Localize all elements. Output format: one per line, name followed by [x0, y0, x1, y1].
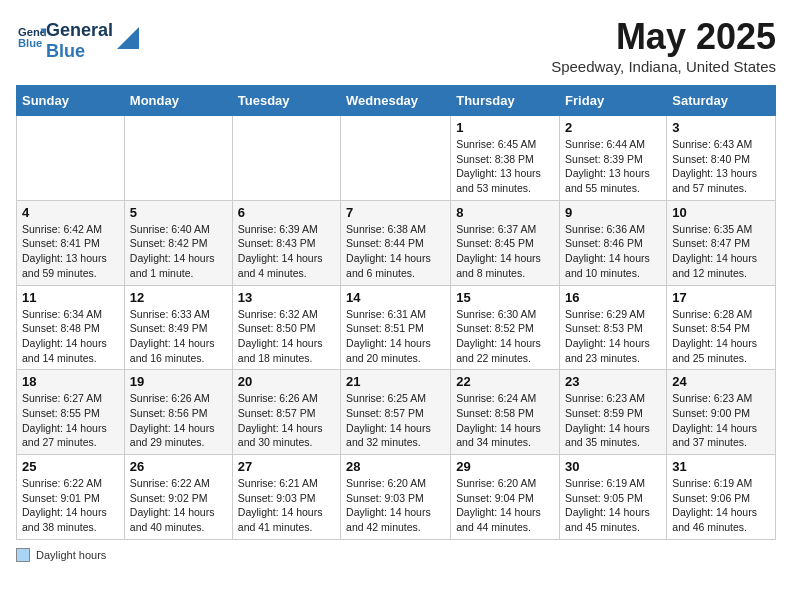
day-number: 26	[130, 459, 227, 474]
legend-color-box	[16, 548, 30, 562]
day-number: 15	[456, 290, 554, 305]
day-detail: Sunrise: 6:42 AM Sunset: 8:41 PM Dayligh…	[22, 222, 119, 281]
calendar-week-row: 4Sunrise: 6:42 AM Sunset: 8:41 PM Daylig…	[17, 200, 776, 285]
day-number: 23	[565, 374, 661, 389]
calendar-cell: 21Sunrise: 6:25 AM Sunset: 8:57 PM Dayli…	[341, 370, 451, 455]
day-number: 7	[346, 205, 445, 220]
calendar-cell: 26Sunrise: 6:22 AM Sunset: 9:02 PM Dayli…	[124, 455, 232, 540]
day-number: 9	[565, 205, 661, 220]
header-monday: Monday	[124, 86, 232, 116]
day-detail: Sunrise: 6:38 AM Sunset: 8:44 PM Dayligh…	[346, 222, 445, 281]
day-number: 11	[22, 290, 119, 305]
day-number: 22	[456, 374, 554, 389]
calendar-cell	[232, 116, 340, 201]
day-detail: Sunrise: 6:44 AM Sunset: 8:39 PM Dayligh…	[565, 137, 661, 196]
day-detail: Sunrise: 6:35 AM Sunset: 8:47 PM Dayligh…	[672, 222, 770, 281]
logo-line1: General	[46, 20, 113, 41]
day-number: 29	[456, 459, 554, 474]
calendar-cell	[17, 116, 125, 201]
day-number: 5	[130, 205, 227, 220]
day-detail: Sunrise: 6:32 AM Sunset: 8:50 PM Dayligh…	[238, 307, 335, 366]
calendar-cell: 22Sunrise: 6:24 AM Sunset: 8:58 PM Dayli…	[451, 370, 560, 455]
day-detail: Sunrise: 6:33 AM Sunset: 8:49 PM Dayligh…	[130, 307, 227, 366]
day-detail: Sunrise: 6:19 AM Sunset: 9:06 PM Dayligh…	[672, 476, 770, 535]
day-detail: Sunrise: 6:25 AM Sunset: 8:57 PM Dayligh…	[346, 391, 445, 450]
header-tuesday: Tuesday	[232, 86, 340, 116]
calendar-cell: 18Sunrise: 6:27 AM Sunset: 8:55 PM Dayli…	[17, 370, 125, 455]
day-detail: Sunrise: 6:43 AM Sunset: 8:40 PM Dayligh…	[672, 137, 770, 196]
day-number: 14	[346, 290, 445, 305]
calendar-cell: 10Sunrise: 6:35 AM Sunset: 8:47 PM Dayli…	[667, 200, 776, 285]
day-number: 8	[456, 205, 554, 220]
svg-text:General: General	[18, 25, 46, 37]
day-detail: Sunrise: 6:30 AM Sunset: 8:52 PM Dayligh…	[456, 307, 554, 366]
header-sunday: Sunday	[17, 86, 125, 116]
header-friday: Friday	[560, 86, 667, 116]
day-detail: Sunrise: 6:34 AM Sunset: 8:48 PM Dayligh…	[22, 307, 119, 366]
calendar-cell	[341, 116, 451, 201]
day-number: 3	[672, 120, 770, 135]
day-number: 19	[130, 374, 227, 389]
header-saturday: Saturday	[667, 86, 776, 116]
calendar-cell: 27Sunrise: 6:21 AM Sunset: 9:03 PM Dayli…	[232, 455, 340, 540]
day-detail: Sunrise: 6:27 AM Sunset: 8:55 PM Dayligh…	[22, 391, 119, 450]
page-header: General Blue General Blue May 2025 Speed…	[16, 16, 776, 75]
calendar-cell: 8Sunrise: 6:37 AM Sunset: 8:45 PM Daylig…	[451, 200, 560, 285]
day-number: 10	[672, 205, 770, 220]
calendar-cell: 31Sunrise: 6:19 AM Sunset: 9:06 PM Dayli…	[667, 455, 776, 540]
calendar-cell: 16Sunrise: 6:29 AM Sunset: 8:53 PM Dayli…	[560, 285, 667, 370]
day-number: 27	[238, 459, 335, 474]
header-thursday: Thursday	[451, 86, 560, 116]
day-number: 16	[565, 290, 661, 305]
day-number: 12	[130, 290, 227, 305]
calendar-week-row: 18Sunrise: 6:27 AM Sunset: 8:55 PM Dayli…	[17, 370, 776, 455]
day-detail: Sunrise: 6:29 AM Sunset: 8:53 PM Dayligh…	[565, 307, 661, 366]
day-detail: Sunrise: 6:24 AM Sunset: 8:58 PM Dayligh…	[456, 391, 554, 450]
day-number: 4	[22, 205, 119, 220]
calendar-cell: 12Sunrise: 6:33 AM Sunset: 8:49 PM Dayli…	[124, 285, 232, 370]
logo-line2: Blue	[46, 41, 113, 62]
calendar-cell: 3Sunrise: 6:43 AM Sunset: 8:40 PM Daylig…	[667, 116, 776, 201]
calendar-week-row: 11Sunrise: 6:34 AM Sunset: 8:48 PM Dayli…	[17, 285, 776, 370]
day-detail: Sunrise: 6:23 AM Sunset: 8:59 PM Dayligh…	[565, 391, 661, 450]
day-number: 6	[238, 205, 335, 220]
day-detail: Sunrise: 6:37 AM Sunset: 8:45 PM Dayligh…	[456, 222, 554, 281]
day-detail: Sunrise: 6:36 AM Sunset: 8:46 PM Dayligh…	[565, 222, 661, 281]
calendar-cell: 28Sunrise: 6:20 AM Sunset: 9:03 PM Dayli…	[341, 455, 451, 540]
day-number: 18	[22, 374, 119, 389]
day-number: 28	[346, 459, 445, 474]
calendar-cell: 9Sunrise: 6:36 AM Sunset: 8:46 PM Daylig…	[560, 200, 667, 285]
day-detail: Sunrise: 6:28 AM Sunset: 8:54 PM Dayligh…	[672, 307, 770, 366]
calendar-cell: 19Sunrise: 6:26 AM Sunset: 8:56 PM Dayli…	[124, 370, 232, 455]
logo-triangle-icon	[117, 27, 139, 49]
calendar-cell: 30Sunrise: 6:19 AM Sunset: 9:05 PM Dayli…	[560, 455, 667, 540]
day-number: 25	[22, 459, 119, 474]
page-title: May 2025	[551, 16, 776, 58]
calendar-table: SundayMondayTuesdayWednesdayThursdayFrid…	[16, 85, 776, 540]
title-block: May 2025 Speedway, Indiana, United State…	[551, 16, 776, 75]
day-number: 20	[238, 374, 335, 389]
day-number: 13	[238, 290, 335, 305]
calendar-cell	[124, 116, 232, 201]
legend-label: Daylight hours	[36, 549, 106, 561]
calendar-cell: 25Sunrise: 6:22 AM Sunset: 9:01 PM Dayli…	[17, 455, 125, 540]
header-wednesday: Wednesday	[341, 86, 451, 116]
calendar-cell: 15Sunrise: 6:30 AM Sunset: 8:52 PM Dayli…	[451, 285, 560, 370]
page-subtitle: Speedway, Indiana, United States	[551, 58, 776, 75]
calendar-cell: 20Sunrise: 6:26 AM Sunset: 8:57 PM Dayli…	[232, 370, 340, 455]
day-detail: Sunrise: 6:40 AM Sunset: 8:42 PM Dayligh…	[130, 222, 227, 281]
calendar-cell: 29Sunrise: 6:20 AM Sunset: 9:04 PM Dayli…	[451, 455, 560, 540]
day-detail: Sunrise: 6:21 AM Sunset: 9:03 PM Dayligh…	[238, 476, 335, 535]
svg-marker-3	[117, 27, 139, 49]
logo: General Blue General Blue	[16, 16, 139, 61]
calendar-cell: 4Sunrise: 6:42 AM Sunset: 8:41 PM Daylig…	[17, 200, 125, 285]
calendar-cell: 6Sunrise: 6:39 AM Sunset: 8:43 PM Daylig…	[232, 200, 340, 285]
day-detail: Sunrise: 6:19 AM Sunset: 9:05 PM Dayligh…	[565, 476, 661, 535]
day-detail: Sunrise: 6:31 AM Sunset: 8:51 PM Dayligh…	[346, 307, 445, 366]
day-detail: Sunrise: 6:20 AM Sunset: 9:03 PM Dayligh…	[346, 476, 445, 535]
day-detail: Sunrise: 6:26 AM Sunset: 8:56 PM Dayligh…	[130, 391, 227, 450]
calendar-header-row: SundayMondayTuesdayWednesdayThursdayFrid…	[17, 86, 776, 116]
calendar-cell: 1Sunrise: 6:45 AM Sunset: 8:38 PM Daylig…	[451, 116, 560, 201]
day-number: 30	[565, 459, 661, 474]
day-detail: Sunrise: 6:45 AM Sunset: 8:38 PM Dayligh…	[456, 137, 554, 196]
